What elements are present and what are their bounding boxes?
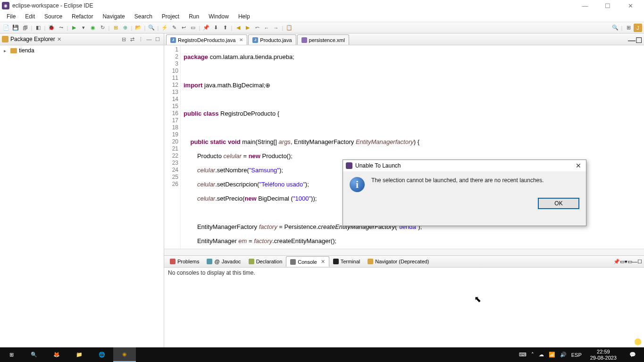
project-name: tienda — [19, 47, 34, 54]
open-type-icon[interactable]: 📂 — [134, 24, 142, 32]
tab-problems[interactable]: Problems — [166, 256, 203, 267]
skip-icon[interactable]: ⤳ — [57, 24, 65, 32]
last-edit-icon[interactable]: ⤺ — [253, 24, 261, 32]
save-icon[interactable]: 💾 — [11, 24, 20, 32]
menu-window[interactable]: Window — [204, 12, 234, 21]
javadoc-icon — [207, 259, 212, 264]
separator: | — [30, 24, 33, 32]
taskbar-clock[interactable]: 22:59 29-08-2023 — [585, 349, 621, 361]
menu-refactor[interactable]: Refactor — [67, 12, 98, 21]
toggle-icon[interactable]: ◧ — [34, 24, 42, 32]
expand-icon[interactable]: ▸ — [4, 48, 8, 53]
back-icon[interactable]: ◀ — [234, 24, 243, 32]
package-explorer-icon — [2, 36, 8, 42]
coverage-icon[interactable]: ◉ — [89, 24, 97, 32]
maximize-editor-icon[interactable]: ☐ — [636, 36, 642, 45]
keyboard-icon[interactable]: ⌨ — [519, 352, 527, 358]
tab-console[interactable]: Console✕ — [286, 256, 329, 267]
next-annotation-icon[interactable]: ⬇ — [211, 24, 220, 32]
new-package-icon[interactable]: ⊞ — [111, 24, 120, 32]
tab-registro[interactable]: J RegistroDeProducto.java ✕ — [166, 34, 247, 45]
run-icon[interactable]: ▶ — [70, 24, 78, 32]
horizontal-scrollbar[interactable] — [164, 249, 644, 255]
nav-back-icon[interactable]: ← — [262, 24, 271, 32]
info-icon: i — [350, 177, 365, 192]
display-console-icon[interactable]: ▭ — [620, 259, 625, 265]
menubar: File Edit Source Refactor Navigate Searc… — [0, 11, 644, 22]
tab-navigator[interactable]: Navigator (Deprecated) — [364, 256, 433, 267]
chevron-up-icon[interactable]: ˄ — [531, 352, 534, 358]
language-indicator[interactable]: ESP — [571, 352, 582, 358]
console-icon — [290, 259, 296, 265]
refactor-icon[interactable]: ↩ — [179, 24, 188, 32]
menu-run[interactable]: Run — [184, 12, 204, 21]
wifi-icon[interactable]: 📶 — [549, 352, 555, 358]
explorer-icon[interactable]: 📁 — [68, 347, 91, 362]
dialog-close-icon[interactable]: ✕ — [574, 161, 583, 170]
run-dropdown-icon[interactable]: ▾ — [79, 24, 88, 32]
menu-file[interactable]: File — [2, 12, 20, 21]
new-icon[interactable]: 📄 — [2, 24, 10, 32]
clock-time: 22:59 — [590, 349, 617, 355]
tab-persistence[interactable]: persistence.xml — [297, 34, 349, 45]
debug-icon[interactable]: 🐞 — [47, 24, 56, 32]
save-all-icon[interactable]: 🗐 — [21, 24, 29, 32]
wand-icon[interactable]: ⚡ — [160, 24, 169, 32]
close-tab-icon[interactable]: ✕ — [239, 37, 243, 42]
run-last-icon[interactable]: ↻ — [98, 24, 107, 32]
ok-button[interactable]: OK — [538, 198, 579, 209]
separator: | — [66, 24, 69, 32]
firefox-icon[interactable]: 🦊 — [45, 347, 68, 362]
close-tab-icon[interactable]: ✕ — [321, 259, 325, 265]
eclipse-icon — [346, 162, 352, 169]
menu-source[interactable]: Source — [40, 12, 67, 21]
tab-javadoc[interactable]: @ Javadoc — [203, 256, 244, 267]
minimize-console-icon[interactable]: — — [632, 259, 637, 264]
menu-edit[interactable]: Edit — [20, 12, 40, 21]
tab-terminal[interactable]: Terminal — [329, 256, 364, 267]
edit-icon[interactable]: ✎ — [170, 24, 178, 32]
eclipse-taskbar-icon[interactable]: ◉ — [113, 347, 136, 362]
search-button[interactable]: 🔍 — [23, 347, 45, 362]
start-button[interactable]: ⊞ — [0, 347, 23, 362]
search-icon[interactable]: 🔍 — [147, 24, 156, 32]
chrome-icon[interactable]: 🌐 — [91, 347, 113, 362]
menu-project[interactable]: Project — [157, 12, 184, 21]
close-button[interactable]: ✕ — [623, 0, 637, 11]
minimize-panel-icon[interactable]: — — [145, 35, 153, 43]
minimize-editor-icon[interactable]: — — [628, 36, 636, 45]
separator: | — [43, 24, 46, 32]
maximize-panel-icon[interactable]: ☐ — [153, 35, 162, 43]
menu-search[interactable]: Search — [130, 12, 157, 21]
maximize-console-icon[interactable]: ☐ — [637, 259, 642, 265]
tab-producto[interactable]: J Producto.java — [248, 34, 296, 45]
window-titlebar: ◉ eclipse-workspace - Eclipse IDE — ☐ ✕ — [0, 0, 644, 11]
onedrive-icon[interactable]: ☁ — [539, 352, 544, 358]
nav-forward-icon[interactable]: → — [272, 24, 280, 32]
maximize-button[interactable]: ☐ — [601, 0, 615, 11]
pin-console-icon[interactable]: 📌 — [613, 259, 620, 265]
tab-declaration[interactable]: Declaration — [245, 256, 286, 267]
view-menu-icon[interactable]: ⋮ — [136, 35, 145, 43]
volume-icon[interactable]: 🔊 — [560, 352, 567, 358]
forward-icon[interactable]: ▶ — [243, 24, 252, 32]
project-tree-item[interactable]: ▸ tienda — [4, 47, 160, 54]
new-class-icon[interactable]: ⊕ — [121, 24, 129, 32]
quick-access-icon[interactable]: 🔍 — [611, 24, 619, 32]
pin-icon[interactable]: 📌 — [202, 24, 210, 32]
open-console-icon[interactable]: ▭ — [627, 259, 632, 265]
minimize-button[interactable]: — — [578, 0, 592, 11]
menu-navigate[interactable]: Navigate — [98, 12, 129, 21]
collapse-all-icon[interactable]: ⊟ — [119, 35, 128, 43]
pin-editor-icon[interactable]: 📋 — [285, 24, 293, 32]
prev-annotation-icon[interactable]: ⬆ — [221, 24, 229, 32]
java-perspective-icon[interactable]: J — [634, 24, 642, 32]
outline-icon[interactable]: ▭ — [189, 24, 197, 32]
perspective-icon[interactable]: ⊞ — [624, 24, 633, 32]
close-panel-icon[interactable]: ✕ — [57, 36, 61, 42]
link-editor-icon[interactable]: ⇄ — [128, 35, 136, 43]
declaration-icon — [249, 259, 254, 264]
menu-help[interactable]: Help — [234, 12, 255, 21]
tip-bulb-icon[interactable] — [635, 338, 641, 345]
notifications-icon[interactable]: 💬 — [621, 347, 644, 362]
